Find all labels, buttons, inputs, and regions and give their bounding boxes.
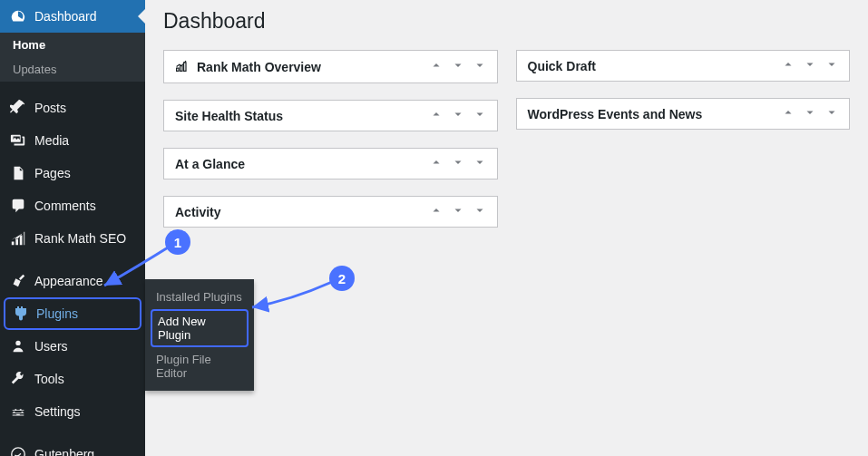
postbox-title: Activity: [175, 205, 221, 219]
flyout-plugin-file-editor[interactable]: Plugin File Editor: [145, 347, 254, 385]
rankmath-icon: [9, 229, 27, 247]
dashboard-widgets: Rank Math Overview Site Health Status: [163, 50, 850, 228]
postbox-header: WordPress Events and News: [517, 99, 850, 129]
toggle-icon[interactable]: [825, 58, 838, 73]
postbox-actions: [430, 59, 486, 74]
submenu-updates[interactable]: Updates: [0, 57, 145, 82]
postbox-title: WordPress Events and News: [528, 107, 703, 121]
menu-users[interactable]: Users: [0, 330, 145, 363]
svg-point-0: [12, 448, 24, 456]
flyout-add-new-plugin[interactable]: Add New Plugin: [151, 309, 249, 347]
menu-users-label: Users: [34, 339, 68, 354]
postbox-title: Quick Draft: [528, 59, 596, 73]
menu-settings[interactable]: Settings: [0, 395, 145, 428]
menu-tools-label: Tools: [34, 372, 64, 386]
dashboard-submenu: Home Updates: [0, 33, 145, 82]
menu-tools[interactable]: Tools: [0, 363, 145, 395]
page-title: Dashboard: [163, 9, 850, 34]
menu-media[interactable]: Media: [0, 124, 145, 157]
tools-icon: [9, 370, 27, 388]
menu-posts-label: Posts: [34, 101, 66, 115]
postbox-actions: [430, 204, 486, 219]
annotation-arrow-2: [241, 277, 341, 314]
menu-gutenberg-label: Gutenberg: [34, 447, 94, 456]
move-down-icon[interactable]: [452, 108, 464, 123]
postbox-actions: [430, 156, 486, 171]
menu-settings-label: Settings: [34, 404, 81, 419]
postbox-title: At a Glance: [175, 157, 245, 171]
dashboard-col-right: Quick Draft WordPress Events and News: [516, 50, 851, 228]
postbox-activity: Activity: [163, 196, 498, 228]
postbox-ataglance: At a Glance: [163, 148, 498, 179]
menu-posts[interactable]: Posts: [0, 92, 145, 124]
menu-dashboard[interactable]: Dashboard: [0, 0, 145, 33]
move-up-icon[interactable]: [430, 204, 443, 219]
dashboard-icon: [9, 7, 27, 25]
plugins-flyout: Installed Plugins Add New Plugin Plugin …: [145, 279, 254, 391]
move-down-icon[interactable]: [452, 204, 464, 219]
menu-gutenberg[interactable]: Gutenberg: [0, 438, 145, 456]
move-down-icon[interactable]: [804, 58, 816, 73]
postbox-actions: [782, 106, 838, 121]
postbox-header: Site Health Status: [164, 101, 497, 131]
menu-pages[interactable]: Pages: [0, 157, 145, 189]
toggle-icon[interactable]: [473, 108, 486, 123]
plugins-icon: [11, 305, 29, 323]
toggle-icon[interactable]: [825, 106, 838, 121]
postbox-header: Rank Math Overview: [164, 51, 497, 82]
gutenberg-icon: [9, 445, 27, 456]
menu-plugins-label: Plugins: [36, 306, 78, 321]
menu-separator: [0, 84, 145, 89]
menu-dashboard-label: Dashboard: [34, 9, 97, 24]
settings-icon: [9, 403, 27, 421]
postbox-rankmath: Rank Math Overview: [163, 50, 498, 83]
annotation-badge-2: 2: [329, 266, 355, 291]
postbox-header: Quick Draft: [517, 51, 850, 81]
comments-icon: [9, 197, 27, 215]
dashboard-col-left: Rank Math Overview Site Health Status: [163, 50, 498, 228]
main-content: Dashboard Rank Math Overview: [145, 0, 868, 246]
move-up-icon[interactable]: [782, 58, 795, 73]
submenu-home[interactable]: Home: [0, 33, 145, 57]
postbox-actions: [430, 108, 486, 123]
move-down-icon[interactable]: [452, 59, 464, 74]
postbox-title-text: Rank Math Overview: [197, 60, 321, 74]
menu-comments[interactable]: Comments: [0, 189, 145, 222]
postbox-header: Activity: [164, 197, 497, 227]
move-up-icon[interactable]: [782, 106, 795, 121]
pin-icon: [9, 99, 27, 117]
media-icon: [9, 131, 27, 150]
postbox-title: Site Health Status: [175, 109, 283, 123]
move-down-icon[interactable]: [804, 106, 816, 121]
postbox-header: At a Glance: [164, 149, 497, 179]
postbox-wpevents: WordPress Events and News: [516, 98, 851, 130]
admin-sidebar: Dashboard Home Updates Posts Media Pages…: [0, 0, 145, 456]
move-up-icon[interactable]: [430, 156, 443, 171]
toggle-icon[interactable]: [473, 204, 486, 219]
postbox-actions: [782, 58, 838, 73]
postbox-sitehealth: Site Health Status: [163, 100, 498, 131]
menu-pages-label: Pages: [34, 166, 71, 180]
menu-plugins[interactable]: Plugins: [4, 297, 141, 330]
pages-icon: [9, 164, 27, 182]
move-down-icon[interactable]: [452, 156, 464, 171]
toggle-icon[interactable]: [473, 156, 486, 171]
rankmath-chart-icon: [175, 58, 190, 75]
postbox-quickdraft: Quick Draft: [516, 50, 851, 82]
menu-separator: [0, 431, 145, 435]
move-up-icon[interactable]: [430, 59, 443, 74]
menu-comments-label: Comments: [34, 199, 96, 213]
toggle-icon[interactable]: [473, 59, 486, 74]
menu-media-label: Media: [34, 133, 69, 148]
users-icon: [9, 337, 27, 355]
annotation-badge-1: 1: [165, 229, 190, 255]
move-up-icon[interactable]: [430, 108, 443, 123]
appearance-icon: [9, 272, 27, 290]
postbox-title: Rank Math Overview: [175, 58, 321, 75]
